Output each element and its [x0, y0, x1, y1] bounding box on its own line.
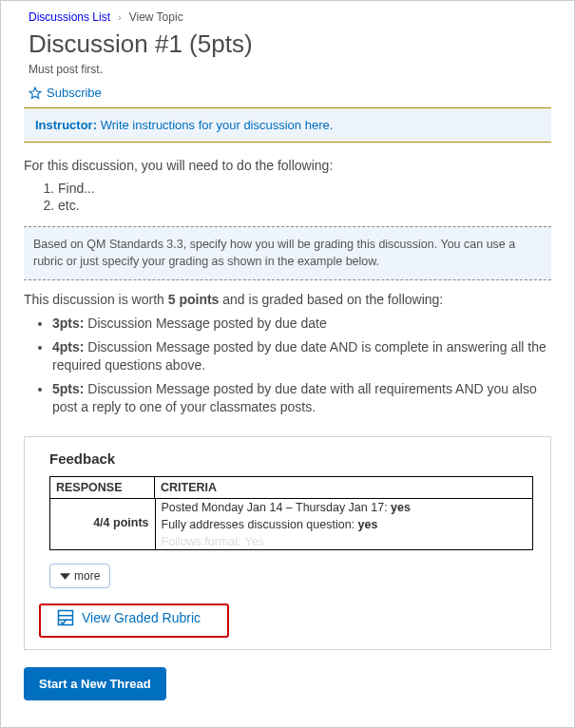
- criteria-row: Follows format: Yes: [155, 533, 532, 550]
- star-icon: [29, 86, 42, 100]
- subscribe-button[interactable]: Subscribe: [24, 86, 102, 100]
- breadcrumb-current: View Topic: [129, 10, 183, 24]
- grading-suffix: and is graded based on the following:: [219, 292, 443, 307]
- chevron-down-icon: [60, 571, 70, 582]
- instructor-text: Write instructions for your discussion h…: [101, 118, 334, 132]
- level-text: Discussion Message posted by due date wi…: [52, 381, 537, 414]
- level-points: 3pts:: [52, 316, 84, 331]
- grading-intro: This discussion is worth 5 points and is…: [24, 292, 551, 307]
- start-new-thread-button[interactable]: Start a New Thread: [24, 667, 166, 700]
- grading-levels: 3pts: Discussion Message posted by due d…: [52, 315, 551, 415]
- grading-prefix: This discussion is worth: [24, 292, 168, 307]
- level-points: 5pts:: [52, 381, 84, 396]
- more-button[interactable]: more: [49, 564, 110, 588]
- view-graded-rubric-link[interactable]: View Graded Rubric: [49, 603, 208, 632]
- feedback-score: 4/4 points: [93, 516, 148, 529]
- subscribe-label: Subscribe: [47, 86, 102, 100]
- criteria-text: Posted Monday Jan 14 – Thursday Jan 17:: [162, 501, 392, 514]
- discussion-intro: For this discussion, you will need to do…: [24, 158, 551, 173]
- feedback-col-criteria: CRITERIA: [155, 477, 533, 499]
- chevron-right-icon: ›: [118, 11, 122, 23]
- feedback-table-body: 4/4 points Posted Monday Jan 14 – Thursd…: [50, 499, 532, 550]
- step-item: etc.: [58, 198, 551, 213]
- level-text: Discussion Message posted by due date AN…: [52, 339, 546, 373]
- level-text: Discussion Message posted by due date: [87, 316, 326, 331]
- rubric-icon: [57, 609, 74, 626]
- page-title-text: Discussion #1 (5pts): [29, 29, 253, 59]
- instructor-note: Instructor: Write instructions for your …: [24, 108, 551, 143]
- criteria-text: Follows format: Yes: [162, 535, 264, 548]
- grading-level: 5pts: Discussion Message posted by due d…: [52, 380, 551, 416]
- criteria-row: Fully addresses discussion question: yes: [155, 516, 532, 533]
- step-item: Find...: [58, 181, 551, 196]
- level-points: 4pts:: [52, 339, 84, 354]
- feedback-panel: Feedback RESPONSE CRITERIA 4/4 points Po…: [24, 436, 551, 650]
- must-post-first-label: Must post first.: [24, 63, 551, 76]
- instructor-label: Instructor:: [35, 118, 97, 132]
- grading-level: 3pts: Discussion Message posted by due d…: [52, 315, 551, 333]
- breadcrumb-root-link[interactable]: Discussions List: [29, 10, 110, 24]
- criteria-value: yes: [358, 518, 378, 531]
- page-title: Discussion #1 (5pts): [24, 29, 551, 59]
- feedback-table-header: RESPONSE CRITERIA: [49, 476, 533, 499]
- grading-level: 4pts: Discussion Message posted by due d…: [52, 338, 551, 374]
- grading-points: 5 points: [168, 292, 220, 307]
- qm-note: Based on QM Standards 3.3, specify how y…: [24, 226, 551, 280]
- feedback-col-response: RESPONSE: [50, 477, 155, 499]
- more-label: more: [74, 569, 100, 583]
- criteria-value: yes: [391, 501, 411, 514]
- view-graded-rubric-label: View Graded Rubric: [82, 610, 201, 625]
- steps-list: Find... etc.: [58, 181, 551, 213]
- breadcrumb: Discussions List › View Topic: [24, 10, 551, 24]
- criteria-row: Posted Monday Jan 14 – Thursday Jan 17: …: [155, 499, 532, 516]
- feedback-heading: Feedback: [49, 450, 533, 467]
- criteria-text: Fully addresses discussion question:: [162, 518, 358, 531]
- feedback-scroll-area: 4/4 points Posted Monday Jan 14 – Thursd…: [49, 499, 533, 550]
